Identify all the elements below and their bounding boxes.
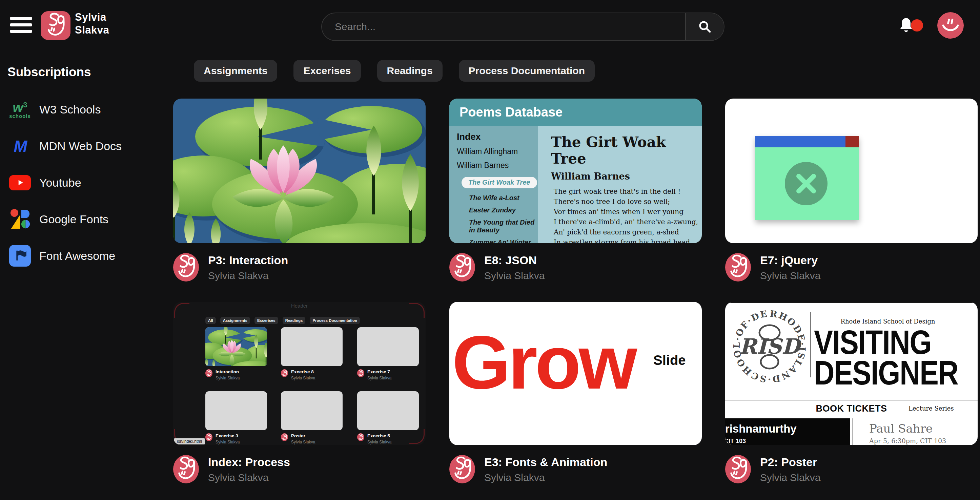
- brand-line-2: Slakva: [75, 24, 109, 37]
- mock-window-titlebar: [755, 136, 859, 148]
- video-card-e3-fonts-animation: Grow Slide E3: Fonts & Animation Sylvia …: [449, 302, 702, 483]
- video-title[interactable]: Index: Process: [208, 456, 290, 469]
- sidebar-item-mdn[interactable]: M MDN Web Docs: [9, 135, 158, 157]
- video-title[interactable]: E3: Fonts & Animation: [484, 456, 607, 469]
- channel-avatar[interactable]: [725, 253, 751, 281]
- risd-seal: RHODE·ISLAND·SCHOOL·OF·DESIGN·1877· RISD: [730, 308, 808, 386]
- poster-rule: [725, 400, 978, 401]
- channel-brand-name: Sylvia Slakva: [75, 11, 109, 37]
- thumbnail-risd-poster[interactable]: RHODE·ISLAND·SCHOOL·OF·DESIGN·1877· RISD…: [725, 302, 978, 445]
- video-card-index-process: Header All Assignments Excerises Reading…: [173, 302, 426, 483]
- thumbnail-poems-database[interactable]: Poems Database Index William Allingham W…: [449, 98, 702, 243]
- channel-avatar[interactable]: [449, 455, 475, 483]
- video-card-p2-poster: RHODE·ISLAND·SCHOOL·OF·DESIGN·1877· RISD…: [725, 302, 978, 483]
- sidebar-title: Subscriptions: [8, 65, 91, 79]
- mock-window-body: [755, 148, 859, 220]
- poster-title-line2: DESIGNER: [814, 356, 958, 390]
- mini-card: Excerise 5 Sylvia Slakva: [357, 391, 419, 444]
- sidebar-item-google-fonts[interactable]: Google Fonts: [9, 208, 158, 230]
- channel-avatar[interactable]: [173, 455, 199, 483]
- grow-headline: Grow: [452, 325, 635, 400]
- sidebar-item-youtube[interactable]: Youtube: [9, 171, 158, 194]
- mini-chip-row: All Assignments Excerises Readings Proce…: [205, 317, 360, 324]
- mini-card: Excerise 3 Sylvia Slakva: [205, 391, 267, 444]
- sidebar-item-label: Font Awesome: [39, 249, 115, 262]
- poster-divider: [810, 312, 811, 377]
- brand-line-1: Sylvia: [75, 11, 109, 24]
- mini-card: Interaction Sylvia Slakva: [205, 327, 267, 381]
- video-channel: Sylvia Slakva: [760, 472, 820, 483]
- video-channel: Sylvia Slakva: [208, 270, 288, 281]
- mini-card: Excerise 8 Sylvia Slakva: [281, 327, 343, 381]
- search-input[interactable]: [322, 13, 685, 40]
- sidebar-item-label: Youtube: [39, 176, 81, 189]
- search-bar[interactable]: [321, 13, 724, 41]
- video-card-p3-interaction: P3: Interaction Sylvia Slakva: [173, 98, 426, 281]
- video-title[interactable]: P3: Interaction: [208, 254, 288, 267]
- filter-chip-row: Assignments Excerises Readings Process D…: [194, 60, 595, 82]
- thumbnail-lotus-pond[interactable]: [173, 98, 426, 243]
- thumbnail-grow-slide[interactable]: Grow Slide: [449, 302, 702, 445]
- seal-center-text: RISD: [739, 334, 802, 359]
- sidebar-item-label: W3 Schools: [39, 103, 101, 116]
- app-background: Sylvia Slakva Subscriptions w3schools W3…: [0, 0, 980, 500]
- w3schools-icon: w3schools: [9, 98, 31, 121]
- poems-index-panel: Index William Allingham William Barnes T…: [449, 126, 538, 243]
- chip-process-documentation[interactable]: Process Documentation: [459, 60, 595, 82]
- poster-speaker-right: Paul Sahre Apr 5, 6:30pm, CIT 103 Paul S…: [852, 418, 978, 445]
- youtube-icon: [9, 171, 31, 194]
- user-avatar[interactable]: [937, 12, 964, 39]
- channel-avatar[interactable]: [173, 253, 199, 281]
- menu-hamburger-icon[interactable]: [10, 17, 32, 33]
- channel-avatar[interactable]: [449, 253, 475, 281]
- status-url-tooltip: ion/index.html: [174, 438, 205, 444]
- video-title[interactable]: E8: JSON: [484, 254, 544, 267]
- mini-header-label: Header: [173, 303, 426, 309]
- search-button[interactable]: [685, 13, 724, 40]
- mdn-icon: M: [9, 135, 31, 157]
- chip-assignments[interactable]: Assignments: [194, 60, 277, 82]
- channel-logo[interactable]: [41, 11, 70, 40]
- poster-speaker-left: Krishnamurthy n, CIT 103 en design, cura…: [725, 418, 850, 445]
- mini-card: Excerise 7 Sylvia Slakva: [357, 327, 419, 381]
- thumbnail-jquery-window[interactable]: [725, 98, 978, 243]
- video-card-e8-json: Poems Database Index William Allingham W…: [449, 98, 702, 281]
- thumbnail-process-index[interactable]: Header All Assignments Excerises Reading…: [173, 302, 426, 445]
- chip-excerises[interactable]: Excerises: [293, 60, 361, 82]
- sidebar-item-label: MDN Web Docs: [39, 140, 122, 153]
- poems-db-title: Poems Database: [449, 98, 702, 126]
- search-icon: [698, 20, 712, 34]
- mock-window: [755, 136, 859, 220]
- font-awesome-icon: [9, 244, 31, 267]
- mock-window-close-button: [845, 136, 859, 148]
- poem-content-panel: The Girt Woak Tree William Barnes The gi…: [538, 126, 702, 243]
- chip-readings[interactable]: Readings: [377, 60, 442, 82]
- book-tickets-label: BOOK TICKETS: [725, 403, 978, 414]
- sidebar-item-label: Google Fonts: [39, 213, 108, 226]
- notification-badge: [911, 19, 923, 32]
- sidebar-item-font-awesome[interactable]: Font Awesome: [9, 244, 158, 267]
- google-fonts-icon: [9, 208, 31, 230]
- subscriptions-list: w3schools W3 Schools M MDN Web Docs Yout…: [9, 98, 158, 281]
- mini-card: Poster Sylvia Slakva: [281, 391, 343, 444]
- video-card-e7-jquery: E7: jQuery Sylvia Slakva: [725, 98, 978, 281]
- channel-avatar[interactable]: [725, 455, 751, 483]
- slide-caption: Slide: [653, 352, 686, 368]
- video-channel: Sylvia Slakva: [484, 472, 607, 483]
- video-channel: Sylvia Slakva: [208, 472, 290, 483]
- video-channel: Sylvia Slakva: [760, 270, 820, 281]
- poems-selected-item: The Girt Woak Tree: [461, 177, 537, 188]
- sidebar-item-w3schools[interactable]: w3schools W3 Schools: [9, 98, 158, 121]
- video-title[interactable]: P2: Poster: [760, 456, 820, 469]
- video-channel: Sylvia Slakva: [484, 270, 544, 281]
- video-title[interactable]: E7: jQuery: [760, 254, 820, 267]
